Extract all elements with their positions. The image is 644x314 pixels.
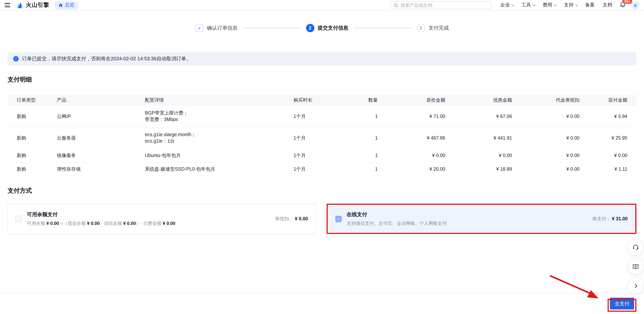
nav-item-支持[interactable]: 支持 [564,2,577,8]
order-submitted-banner: 订单已提交，请尽快完成支付，否则将在2024-02-02 14:53:36自动取… [8,52,636,65]
step-confirm-order: 确认订单信息 [195,24,238,32]
payment-option-online[interactable]: 在线支付 支持微信支付、支付宝、企业网银、个人网银支付 将支付：¥ 31.00 [326,204,636,234]
chevron-down-icon [575,4,578,6]
footer-bar: 去支付 [0,293,644,314]
brand-name: 火山引擎 [26,2,49,9]
banner-text: 订单已提交，请尽快完成支付，否则将在2024-02-02 14:53:36自动取… [22,55,191,62]
order-table-header: 订单类型 产品 配置详情 购买时长 数量 原价金额 优惠金额 代金券抵扣 应付金… [8,95,636,106]
info-icon [13,56,18,61]
menu-icon[interactable] [4,3,10,7]
deduct-amount: 将抵扣：¥ 0.00 [275,216,308,222]
col-payable-amount: 应付金额 [589,95,636,106]
step-connector [354,28,411,28]
col-config: 配置详情 [136,95,284,106]
docs-button[interactable] [628,259,643,274]
volcano-logo-icon [16,1,24,9]
step-number-2: 2 [306,24,314,32]
notification-count-badge: 99+ [622,0,632,4]
step-submit-payment: 2 提交支付信息 [306,24,348,32]
nav-item-备案[interactable]: 备案 [585,2,595,8]
floating-toolbar [628,240,643,294]
col-voucher-deduction: 代金券抵扣 [521,95,589,106]
order-steps: 确认订单信息 2 提交支付信息 3 支付完成 [0,23,644,33]
chevron-down-icon [554,4,556,6]
payment-detail-title: 支付明细 [8,76,636,84]
go-pay-button[interactable]: 去支付 [610,298,634,310]
tab-overview[interactable]: 总览 [54,1,78,9]
support-button[interactable] [628,240,643,255]
col-original-amount: 原价金额 [387,95,454,106]
nav-item-文档[interactable]: 文档 [603,2,612,8]
search-input[interactable] [400,2,488,8]
step-connector [243,28,300,28]
nav-item-费用[interactable]: 费用 [543,2,556,8]
avatar[interactable]: s [631,1,640,9]
brand-logo[interactable]: 火山引擎 [16,1,49,9]
tab-overview-label: 总览 [65,2,74,8]
online-checkbox[interactable] [335,216,342,222]
topbar-nav: 企业工具费用支持备案文档 [500,2,612,8]
order-table: 订单类型 产品 配置详情 购买时长 数量 原价金额 优惠金额 代金券抵扣 应付金… [8,95,636,176]
search-box[interactable] [390,1,492,9]
pay-amount: 将支付：¥ 31.00 [592,216,628,222]
payment-option-balance[interactable]: 可用余额支付 可用余额 ¥ 0.00 =（现金余额 ¥ 0.00 - 冻结金额 … [8,204,316,234]
nav-item-企业[interactable]: 企业 [500,2,514,8]
chevron-down-icon [512,4,514,6]
col-discount-amount: 优惠金额 [454,95,521,106]
chevron-down-icon [533,4,535,6]
order-table-body: 新购公网IPBGP带宽上限计费；带宽费：3Mbps1个月1¥ 71.00¥ 67… [8,106,636,176]
book-icon [632,263,639,270]
search-icon [394,3,398,8]
table-row: 新购云服务器ecs.g1ie.xlarge.month；ecs.g1ie：1台1… [8,127,636,149]
step-done-check-icon [195,24,204,32]
col-duration: 购买时长 [284,95,353,106]
headset-icon [632,244,639,251]
balance-formula: 可用余额 ¥ 0.00 =（现金余额 ¥ 0.00 - 冻结金额 ¥ 0.00）… [27,220,275,226]
balance-checkbox[interactable] [16,216,22,222]
table-row: 新购公网IPBGP带宽上限计费；带宽费：3Mbps1个月1¥ 71.00¥ 67… [8,106,636,127]
home-icon [58,3,63,8]
chevron-right-icon [633,284,637,288]
step-payment-complete: 3 支付完成 [417,24,449,32]
notifications-button[interactable]: 99+ [620,1,626,9]
table-row: 新购镜像服务Ubuntu-包年包月1个月1¥ 0.00¥ 0.00¥ 0.00¥… [8,149,636,162]
nav-item-工具[interactable]: 工具 [522,2,535,8]
col-order-type: 订单类型 [8,95,48,106]
topbar: 火山引擎 总览 企业工具费用支持备案文档 99+ [0,0,644,10]
table-row: 新购弹性块存储系统盘-极速型SSD-PL0-包年包月1个月1¥ 20.00¥ 1… [8,162,636,176]
step-number-3: 3 [417,24,425,32]
payment-method-title: 支付方式 [8,187,636,195]
online-channels: 支持微信支付、支付宝、企业网银、个人网银支付 [347,220,592,226]
collapse-button[interactable] [628,278,643,294]
col-product: 产品 [48,95,136,106]
col-quantity: 数量 [353,95,387,106]
page: 火山引擎 总览 企业工具费用支持备案文档 99+ [0,0,644,314]
